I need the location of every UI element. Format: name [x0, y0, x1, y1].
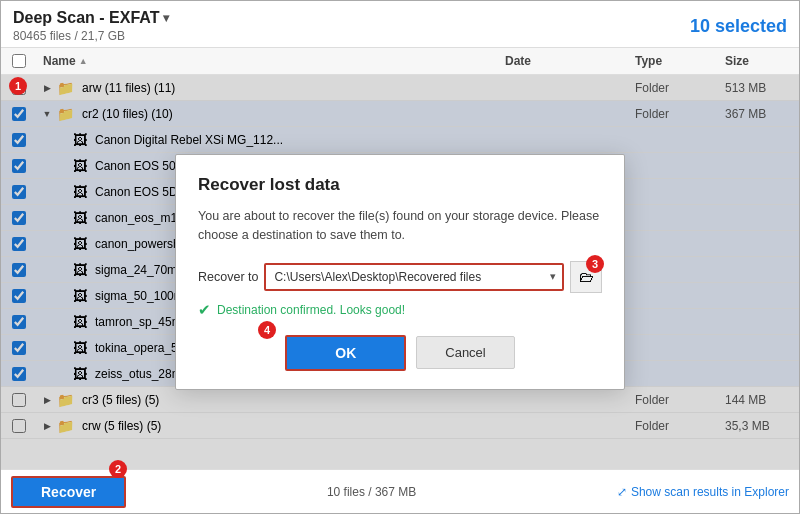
- header: Deep Scan - EXFAT ▾ 80465 files / 21,7 G…: [1, 1, 799, 48]
- file-list: ▶📁arw (11 files) (11)Folder513 MB▼📁cr2 (…: [1, 75, 799, 469]
- input-chevron-icon: ▾: [544, 270, 562, 283]
- select-all-col[interactable]: [1, 54, 37, 68]
- annotation-badge-1: 1: [9, 77, 27, 95]
- recover-to-label: Recover to: [198, 270, 258, 284]
- recover-button[interactable]: Recover: [11, 476, 126, 508]
- modal-actions: 4 OK Cancel: [198, 335, 602, 371]
- selected-count: 10 selected: [690, 16, 787, 37]
- annotation-badge-4: 4: [258, 321, 276, 339]
- app-title: Deep Scan - EXFAT ▾: [13, 9, 169, 27]
- status-text: Destination confirmed. Looks good!: [217, 303, 405, 317]
- modal-overlay: Recover lost data You are about to recov…: [1, 75, 799, 469]
- recover-to-field: Recover to ▾ 3 🗁: [198, 261, 602, 293]
- cancel-button[interactable]: Cancel: [416, 336, 514, 369]
- explorer-link-text: Show scan results in Explorer: [631, 485, 789, 499]
- app-window: Deep Scan - EXFAT ▾ 80465 files / 21,7 G…: [0, 0, 800, 514]
- footer: 2 Recover 10 files / 367 MB ⤢ Show scan …: [1, 469, 799, 513]
- show-in-explorer-link[interactable]: ⤢ Show scan results in Explorer: [617, 485, 789, 499]
- recover-to-input-wrap: ▾ 3: [264, 263, 564, 291]
- title-text: Deep Scan - EXFAT: [13, 9, 159, 27]
- modal-description: You are about to recover the file(s) fou…: [198, 207, 602, 245]
- recover-modal: Recover lost data You are about to recov…: [175, 154, 625, 390]
- sort-icon: ▲: [79, 56, 88, 66]
- modal-title: Recover lost data: [198, 175, 602, 195]
- recover-to-input[interactable]: [266, 265, 544, 289]
- annotation-badge-2: 2: [109, 460, 127, 478]
- footer-file-info: 10 files / 367 MB: [327, 485, 416, 499]
- ok-button[interactable]: OK: [285, 335, 406, 371]
- file-count-subtitle: 80465 files / 21,7 GB: [13, 29, 169, 43]
- col-type[interactable]: Type: [629, 52, 719, 70]
- table-header: Name ▲ Date Type Size: [1, 48, 799, 75]
- status-check-icon: ✔: [198, 301, 211, 319]
- col-date[interactable]: Date: [499, 52, 629, 70]
- col-name[interactable]: Name ▲: [37, 52, 499, 70]
- annotation-badge-3: 3: [586, 255, 604, 273]
- header-left: Deep Scan - EXFAT ▾ 80465 files / 21,7 G…: [13, 9, 169, 43]
- col-size[interactable]: Size: [719, 52, 799, 70]
- destination-status: ✔ Destination confirmed. Looks good!: [198, 301, 602, 319]
- select-all-checkbox[interactable]: [12, 54, 26, 68]
- explorer-link-icon: ⤢: [617, 485, 627, 499]
- title-chevron-icon[interactable]: ▾: [163, 11, 169, 25]
